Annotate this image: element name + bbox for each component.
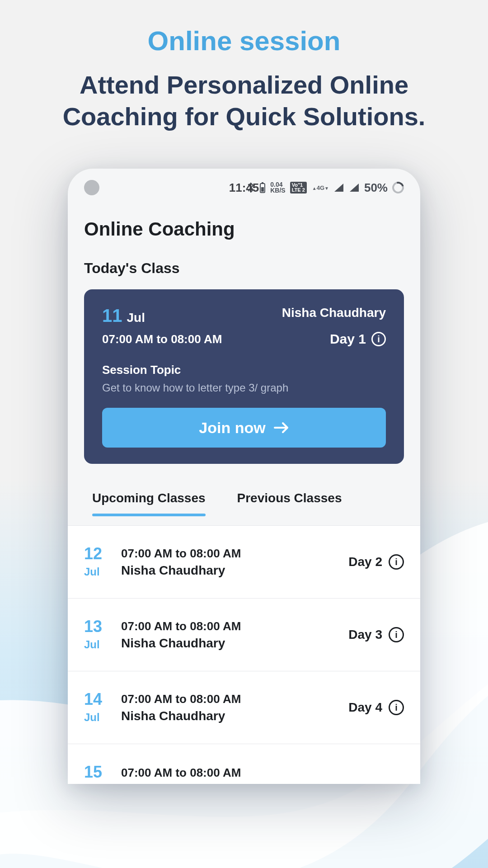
info-icon[interactable]: i [389,700,404,715]
class-date: 15 [84,764,109,784]
class-time: 07:00 AM to 08:00 AM [121,766,241,780]
class-time: 07:00 AM to 08:00 AM [121,619,241,633]
class-row[interactable]: 15 07:00 AM to 08:00 AM [68,744,420,784]
status-bar: 11:45 0.04KB/S Vo"1 LTE 2 ▲4G▼ [68,169,420,203]
info-icon[interactable]: i [371,332,386,346]
status-time: 11:45 [68,181,420,195]
promo-title: Online session [36,25,452,57]
class-day-label: Day 4 [348,700,382,715]
class-day-label: Day 2 [348,555,382,569]
tab-previous[interactable]: Previous Classes [237,486,342,514]
session-topic-desc: Get to know how to letter type 3/ graph [102,382,386,394]
arrow-right-icon [274,422,289,434]
phone-mockup: 11:45 0.04KB/S Vo"1 LTE 2 ▲4G▼ [68,169,420,784]
session-topic-label: Session Topic [102,363,386,377]
tab-upcoming[interactable]: Upcoming Classes [92,486,206,514]
class-date: 14 Jul [84,691,109,724]
today-instructor: Nisha Chaudhary [282,306,386,320]
class-row[interactable]: 14 Jul 07:00 AM to 08:00 AM Nisha Chaudh… [68,671,420,744]
class-date: 12 Jul [84,546,109,578]
page-title: Online Coaching [84,218,404,240]
class-tabs: Upcoming Classes Previous Classes [84,486,404,514]
promo-header: Online session Attend Personalized Onlin… [0,0,488,142]
class-instructor: Nisha Chaudhary [121,563,241,578]
join-now-button[interactable]: Join now [102,408,386,448]
today-class-card: 11 Jul Nisha Chaudhary 07:00 AM to 08:00… [84,289,404,464]
info-icon[interactable]: i [389,627,404,642]
promo-subtitle: Attend Personalized Online Coaching for … [36,69,452,132]
info-icon[interactable]: i [389,554,404,570]
today-section-title: Today's Class [84,260,404,277]
class-date: 13 Jul [84,618,109,651]
today-date-num: 11 [102,306,122,326]
class-time: 07:00 AM to 08:00 AM [121,692,241,706]
class-row[interactable]: 12 Jul 07:00 AM to 08:00 AM Nisha Chaudh… [68,525,420,598]
class-instructor: Nisha Chaudhary [121,709,241,723]
upcoming-class-list: 12 Jul 07:00 AM to 08:00 AM Nisha Chaudh… [84,525,404,784]
today-time: 07:00 AM to 08:00 AM [102,332,222,346]
class-time: 07:00 AM to 08:00 AM [121,547,241,561]
class-row[interactable]: 13 Jul 07:00 AM to 08:00 AM Nisha Chaudh… [68,598,420,671]
class-day-label: Day 3 [348,627,382,642]
class-instructor: Nisha Chaudhary [121,636,241,651]
today-date-mon: Jul [127,311,145,325]
today-day-label: Day 1 i [330,331,386,347]
today-date: 11 Jul [102,306,145,326]
